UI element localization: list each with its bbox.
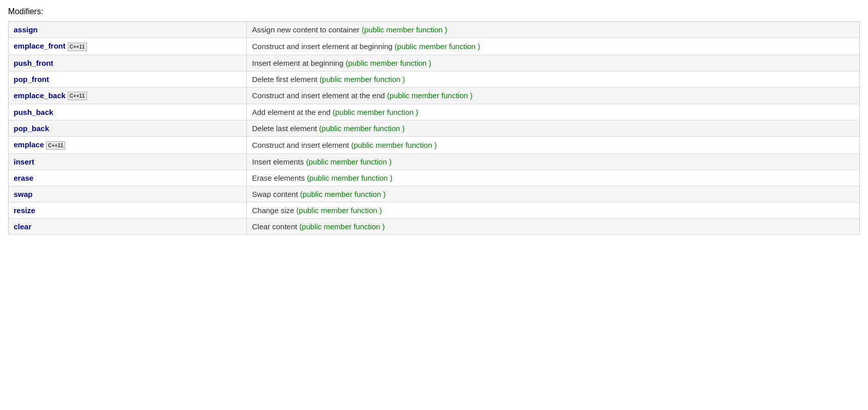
- table-row: eraseErase elements (public member funct…: [9, 170, 860, 186]
- func-description: Construct and insert element: [252, 141, 351, 149]
- member-type: (public member function ): [307, 174, 393, 182]
- table-row: pop_backDelete last element (public memb…: [9, 120, 860, 137]
- func-desc-cell: Change size (public member function ): [247, 202, 860, 218]
- cpp11-badge: C++11: [68, 43, 87, 51]
- member-type: (public member function ): [320, 75, 405, 84]
- func-description: Swap content: [252, 190, 300, 198]
- func-name-link[interactable]: push_front: [14, 59, 53, 67]
- cpp11-badge: C++11: [46, 141, 65, 150]
- func-desc-cell: Construct and insert element (public mem…: [247, 137, 860, 154]
- func-name-cell: push_front: [9, 55, 247, 71]
- func-name-link[interactable]: insert: [14, 157, 34, 166]
- func-name-link[interactable]: assign: [14, 25, 38, 34]
- member-type: (public member function ): [319, 124, 405, 133]
- func-name-cell: emplaceC++11: [9, 137, 247, 154]
- func-desc-cell: Add element at the end (public member fu…: [247, 104, 860, 120]
- func-name[interactable]: erase: [14, 174, 33, 182]
- member-type: (public member function ): [299, 222, 385, 231]
- table-row: push_backAdd element at the end (public …: [9, 104, 860, 120]
- func-name[interactable]: emplace_frontC++11: [14, 42, 87, 50]
- func-desc-cell: Construct and insert element at the end …: [247, 87, 860, 104]
- member-type: (public member function ): [387, 91, 472, 100]
- func-name-cell: emplace_backC++11: [9, 87, 247, 104]
- func-name-link[interactable]: emplace_front: [14, 42, 66, 50]
- func-name-cell: pop_back: [9, 120, 247, 137]
- func-name-cell: insert: [9, 153, 247, 170]
- section-colon: :: [41, 7, 43, 16]
- func-name[interactable]: emplaceC++11: [14, 140, 65, 149]
- table-row: clearClear content (public member functi…: [9, 218, 860, 234]
- func-description: Insert element at beginning: [252, 59, 345, 67]
- func-name-link[interactable]: clear: [14, 222, 31, 231]
- func-name[interactable]: clear: [14, 222, 31, 231]
- func-name-cell: clear: [9, 218, 247, 234]
- cpp11-badge: C++11: [68, 92, 87, 100]
- func-name[interactable]: pop_front: [14, 75, 49, 84]
- func-description: Delete first element: [252, 75, 319, 84]
- table-row: resizeChange size (public member functio…: [9, 202, 860, 218]
- func-desc-cell: Construct and insert element at beginnin…: [247, 38, 860, 55]
- func-name[interactable]: insert: [14, 157, 34, 166]
- table-row: emplace_frontC++11Construct and insert e…: [9, 38, 860, 55]
- func-name-link[interactable]: pop_back: [14, 124, 49, 133]
- member-type: (public member function ): [306, 157, 392, 166]
- table-row: insertInsert elements (public member fun…: [9, 153, 860, 170]
- func-description: Clear content: [252, 222, 299, 231]
- func-description: Assign new content to container: [252, 25, 362, 34]
- func-desc-cell: Insert elements (public member function …: [247, 153, 860, 170]
- func-name-cell: emplace_frontC++11: [9, 38, 247, 55]
- table-row: emplace_backC++11Construct and insert el…: [9, 87, 860, 104]
- func-name[interactable]: emplace_backC++11: [14, 91, 87, 100]
- table-row: push_frontInsert element at beginning (p…: [9, 55, 860, 71]
- func-description: Erase elements: [252, 174, 307, 182]
- table-row: emplaceC++11Construct and insert element…: [9, 137, 860, 154]
- member-type: (public member function ): [395, 42, 480, 51]
- func-desc-cell: Swap content (public member function ): [247, 186, 860, 202]
- func-desc-cell: Erase elements (public member function ): [247, 170, 860, 186]
- func-name-cell: push_back: [9, 104, 247, 120]
- func-name[interactable]: swap: [14, 190, 33, 198]
- func-description: Construct and insert element at the end: [252, 91, 387, 100]
- func-name-link[interactable]: erase: [14, 174, 33, 182]
- member-type: (public member function ): [296, 206, 382, 215]
- table-row: assignAssign new content to container (p…: [9, 22, 860, 38]
- member-type: (public member function ): [345, 59, 431, 67]
- section-title: Modifiers: [8, 7, 41, 16]
- func-description: Add element at the end: [252, 108, 332, 116]
- member-type: (public member function ): [362, 25, 447, 34]
- member-type: (public member function ): [333, 108, 418, 116]
- func-desc-cell: Insert element at beginning (public memb…: [247, 55, 860, 71]
- func-name-link[interactable]: resize: [14, 206, 35, 215]
- func-name-link[interactable]: push_back: [14, 108, 53, 116]
- member-type: (public member function ): [300, 190, 385, 198]
- func-description: Change size: [252, 206, 296, 215]
- func-name-cell: swap: [9, 186, 247, 202]
- func-name-cell: erase: [9, 170, 247, 186]
- func-name-cell: resize: [9, 202, 247, 218]
- member-type: (public member function ): [351, 141, 437, 149]
- func-desc-cell: Delete first element (public member func…: [247, 71, 860, 87]
- func-name[interactable]: push_front: [14, 59, 53, 67]
- func-name-link[interactable]: emplace_back: [14, 91, 66, 100]
- table-row: pop_frontDelete first element (public me…: [9, 71, 860, 87]
- table-row: swapSwap content (public member function…: [9, 186, 860, 202]
- func-desc-cell: Assign new content to container (public …: [247, 22, 860, 38]
- section-header: Modifiers:: [8, 5, 860, 18]
- func-name-cell: assign: [9, 22, 247, 38]
- func-name-link[interactable]: emplace: [14, 140, 44, 149]
- func-description: Delete last element: [252, 124, 319, 133]
- func-name-link[interactable]: pop_front: [14, 75, 49, 84]
- func-name[interactable]: pop_back: [14, 124, 49, 133]
- func-name-cell: pop_front: [9, 71, 247, 87]
- func-name-link[interactable]: swap: [14, 190, 33, 198]
- modifiers-table: assignAssign new content to container (p…: [8, 21, 860, 235]
- func-name[interactable]: assign: [14, 25, 38, 34]
- func-name[interactable]: resize: [14, 206, 35, 215]
- func-name[interactable]: push_back: [14, 108, 53, 116]
- func-desc-cell: Clear content (public member function ): [247, 218, 860, 234]
- func-description: Construct and insert element at beginnin…: [252, 42, 395, 51]
- func-desc-cell: Delete last element (public member funct…: [247, 120, 860, 137]
- func-description: Insert elements: [252, 157, 306, 166]
